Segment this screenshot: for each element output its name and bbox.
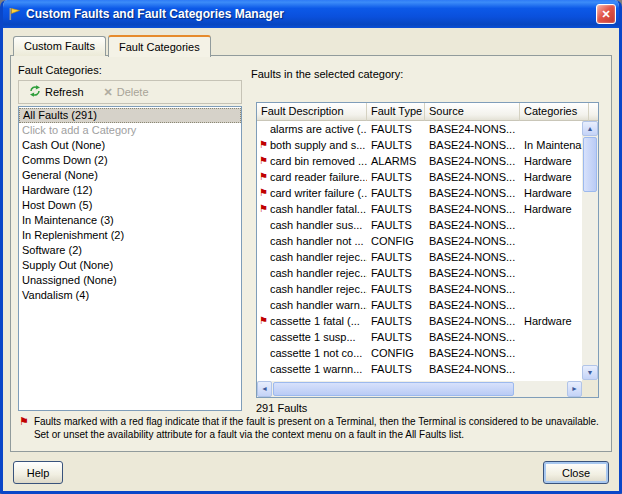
category-item[interactable]: Comms Down (2) bbox=[19, 153, 241, 168]
category-item[interactable]: Click to add a Category bbox=[19, 123, 241, 138]
fault-type: CONFIG bbox=[367, 233, 425, 249]
fault-row[interactable]: ⚑cassette 2 fatal (...FAULTSBASE24-NONS.… bbox=[257, 377, 582, 380]
faults-table-header: Fault Description Fault Type Source Cate… bbox=[257, 103, 598, 121]
delete-label: Delete bbox=[117, 86, 149, 98]
red-flag-icon: ⚑ bbox=[257, 185, 270, 201]
refresh-button[interactable]: Refresh bbox=[22, 82, 91, 102]
red-flag-icon: ⚑ bbox=[257, 377, 270, 380]
fault-description: card bin removed ... bbox=[270, 153, 367, 169]
fault-row[interactable]: cassette 1 not co...CONFIGBASE24-NONS... bbox=[257, 345, 582, 361]
flag-placeholder bbox=[257, 361, 270, 377]
category-item[interactable]: General (None) bbox=[19, 168, 241, 183]
tab-fault-categories[interactable]: Fault Categories bbox=[108, 35, 211, 57]
category-item[interactable]: Unassigned (None) bbox=[19, 273, 241, 288]
fault-type: FAULTS bbox=[367, 121, 425, 137]
fault-type: FAULTS bbox=[367, 169, 425, 185]
flag-placeholder bbox=[257, 281, 270, 297]
fault-row[interactable]: ⚑cash handler fatal...FAULTSBASE24-NONS.… bbox=[257, 201, 582, 217]
flag-placeholder bbox=[257, 345, 270, 361]
fault-row[interactable]: cash handler not ...CONFIGBASE24-NONS... bbox=[257, 233, 582, 249]
scroll-up-button[interactable]: ▲ bbox=[582, 121, 598, 136]
faults-table-body: alarms are active (...FAULTSBASE24-NONS.… bbox=[257, 121, 582, 380]
fault-description: card reader failure... bbox=[270, 169, 367, 185]
category-item[interactable]: In Replenishment (2) bbox=[19, 228, 241, 243]
close-window-button[interactable]: ✕ bbox=[596, 4, 616, 24]
fault-description: cassette 1 susp... bbox=[270, 329, 367, 345]
window-flag-icon bbox=[6, 6, 22, 22]
refresh-icon bbox=[29, 85, 41, 99]
flag-placeholder bbox=[257, 217, 270, 233]
fault-row[interactable]: alarms are active (...FAULTSBASE24-NONS.… bbox=[257, 121, 582, 137]
fault-description: cash handler warn... bbox=[270, 297, 367, 313]
red-flag-icon: ⚑ bbox=[257, 169, 270, 185]
fault-row[interactable]: ⚑card reader failure...FAULTSBASE24-NONS… bbox=[257, 169, 582, 185]
fault-source: BASE24-NONS... bbox=[425, 201, 520, 217]
fault-row[interactable]: cash handler rejec...FAULTSBASE24-NONS..… bbox=[257, 281, 582, 297]
category-item[interactable]: Cash Out (None) bbox=[19, 138, 241, 153]
fault-source: BASE24-NONS... bbox=[425, 169, 520, 185]
fault-type: FAULTS bbox=[367, 265, 425, 281]
column-header-categories[interactable]: Categories bbox=[520, 103, 589, 121]
red-flag-icon: ⚑ bbox=[257, 137, 270, 153]
vertical-scrollbar[interactable]: ▲ ▼ bbox=[582, 121, 598, 380]
scroll-left-button[interactable]: ◄ bbox=[257, 381, 272, 397]
fault-row[interactable]: cassette 1 susp...FAULTSBASE24-NONS... bbox=[257, 329, 582, 345]
fault-categories-panel: Fault Categories: Refresh ✕ bbox=[18, 64, 242, 411]
fault-type: FAULTS bbox=[367, 185, 425, 201]
tab-custom-faults[interactable]: Custom Faults bbox=[13, 36, 106, 56]
fault-type: ALARMS bbox=[367, 153, 425, 169]
fault-type: FAULTS bbox=[367, 297, 425, 313]
fault-description: cash handler rejec... bbox=[270, 281, 367, 297]
fault-source: BASE24-NONS... bbox=[425, 329, 520, 345]
fault-row[interactable]: ⚑card bin removed ...ALARMSBASE24-NONS..… bbox=[257, 153, 582, 169]
window-title: Custom Faults and Fault Categories Manag… bbox=[26, 7, 596, 21]
note-line-2: Set or unset the availability attribute … bbox=[34, 428, 599, 441]
delete-button[interactable]: ✕ Delete bbox=[97, 83, 156, 102]
fault-categories bbox=[520, 281, 582, 297]
category-item[interactable]: Hardware (12) bbox=[19, 183, 241, 198]
fault-description: cassette 1 not co... bbox=[270, 345, 367, 361]
fault-type: FAULTS bbox=[367, 201, 425, 217]
fault-source: BASE24-NONS... bbox=[425, 153, 520, 169]
category-item[interactable]: In Maintenance (3) bbox=[19, 213, 241, 228]
category-item[interactable]: Supply Out (None) bbox=[19, 258, 241, 273]
column-header-fault-type[interactable]: Fault Type bbox=[367, 103, 425, 121]
close-button[interactable]: Close bbox=[543, 461, 609, 484]
fault-categories: Hardware bbox=[520, 201, 582, 217]
scroll-right-button[interactable]: ► bbox=[567, 381, 582, 397]
fault-row[interactable]: cash handler warn...FAULTSBASE24-NONS... bbox=[257, 297, 582, 313]
flag-placeholder bbox=[257, 329, 270, 345]
fault-row[interactable]: cash handler rejec...FAULTSBASE24-NONS..… bbox=[257, 265, 582, 281]
fault-source: BASE24-NONS... bbox=[425, 217, 520, 233]
category-item[interactable]: Vandalism (4) bbox=[19, 288, 241, 303]
category-item[interactable]: Software (2) bbox=[19, 243, 241, 258]
fault-categories bbox=[520, 297, 582, 313]
horizontal-scroll-thumb[interactable] bbox=[273, 382, 514, 396]
fault-description: cassette 1 fatal (... bbox=[270, 313, 367, 329]
fault-source: BASE24-NONS... bbox=[425, 233, 520, 249]
column-header-source[interactable]: Source bbox=[425, 103, 520, 121]
fault-row[interactable]: ⚑both supply and s...FAULTSBASE24-NONS..… bbox=[257, 137, 582, 153]
tab-strip: Custom Faults Fault Categories bbox=[13, 34, 213, 56]
fault-row[interactable]: cassette 1 warnn...FAULTSBASE24-NONS... bbox=[257, 361, 582, 377]
fault-row[interactable]: ⚑card writer failure (...FAULTSBASE24-NO… bbox=[257, 185, 582, 201]
flag-placeholder bbox=[257, 121, 270, 137]
vertical-scroll-thumb[interactable] bbox=[583, 137, 597, 192]
fault-row[interactable]: ⚑cassette 1 fatal (...FAULTSBASE24-NONS.… bbox=[257, 313, 582, 329]
category-item[interactable]: All Faults (291) bbox=[19, 108, 241, 123]
flag-placeholder bbox=[257, 233, 270, 249]
fault-categories-label: Fault Categories: bbox=[18, 64, 242, 76]
fault-source: BASE24-NONS... bbox=[425, 265, 520, 281]
fault-row[interactable]: cash handler rejec...FAULTSBASE24-NONS..… bbox=[257, 249, 582, 265]
horizontal-scrollbar[interactable]: ◄ ► bbox=[257, 381, 582, 397]
fault-categories: Hardware bbox=[520, 153, 582, 169]
column-header-fault-description[interactable]: Fault Description bbox=[257, 103, 367, 121]
scroll-down-button[interactable]: ▼ bbox=[582, 365, 598, 380]
fault-description: cash handler rejec... bbox=[270, 265, 367, 281]
fault-categories: Hardware bbox=[520, 377, 582, 380]
help-button[interactable]: Help bbox=[13, 461, 63, 484]
fault-source: BASE24-NONS... bbox=[425, 185, 520, 201]
category-item[interactable]: Host Down (5) bbox=[19, 198, 241, 213]
availability-note: ⚑ Faults marked with a red flag indicate… bbox=[19, 415, 605, 447]
fault-row[interactable]: cash handler sus...FAULTSBASE24-NONS... bbox=[257, 217, 582, 233]
